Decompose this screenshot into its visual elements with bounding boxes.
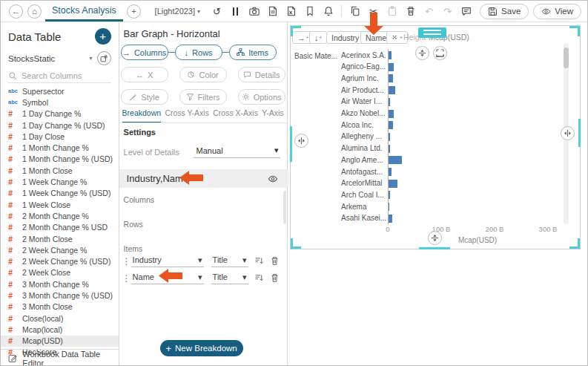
- style-button[interactable]: Style: [121, 89, 168, 105]
- bar[interactable]: [389, 180, 397, 188]
- data-source-name[interactable]: StocksStatic: [8, 54, 90, 63]
- maximize-button[interactable]: [433, 46, 447, 60]
- sort-icon[interactable]: [254, 256, 264, 266]
- copy-icon[interactable]: [348, 4, 363, 19]
- delete-icon[interactable]: [403, 4, 418, 19]
- x-axis-button[interactable]: ↔ X: [121, 67, 168, 82]
- export-pdf-icon[interactable]: [265, 4, 280, 19]
- column-item[interactable]: #1 Week Close: [1, 199, 119, 210]
- bar[interactable]: [389, 133, 390, 141]
- add-tab-button[interactable]: +: [127, 4, 141, 19]
- undo-icon[interactable]: ↶: [422, 4, 437, 19]
- column-item[interactable]: #1 Week Change % (USD): [1, 188, 119, 199]
- level-of-details-select[interactable]: Manual ▾: [194, 146, 280, 158]
- bar[interactable]: [389, 215, 392, 223]
- sort-icon[interactable]: [254, 273, 264, 283]
- theme-selector[interactable]: [Light2023] ▾: [155, 7, 200, 16]
- bookmark-icon[interactable]: [303, 4, 317, 19]
- bar[interactable]: [389, 86, 395, 94]
- bar[interactable]: [389, 51, 392, 59]
- column-item[interactable]: #1 Day Close: [1, 131, 119, 142]
- column-item[interactable]: #2 Week Close: [1, 267, 119, 278]
- item-option-select[interactable]: Title▾: [211, 272, 248, 284]
- pause-icon[interactable]: [228, 4, 243, 19]
- chart-scrollbar-thumb[interactable]: [564, 48, 569, 68]
- horizontal-resize-handle-left[interactable]: [294, 134, 308, 148]
- column-item[interactable]: #Mcap(local): [1, 324, 119, 335]
- drag-handle-icon[interactable]: ⋮: [122, 273, 131, 284]
- paste-icon[interactable]: [385, 4, 400, 19]
- bar[interactable]: [389, 98, 390, 106]
- column-item[interactable]: #Close(local): [1, 313, 119, 324]
- details-button[interactable]: Details: [238, 67, 285, 82]
- save-button[interactable]: Save: [480, 4, 529, 19]
- column-item[interactable]: #2 Week Change %: [1, 244, 119, 255]
- refresh-icon[interactable]: ↺: [210, 4, 225, 19]
- redo-icon[interactable]: ↷: [440, 4, 455, 19]
- horizontal-resize-handle-right[interactable]: [561, 126, 575, 140]
- add-row-pill[interactable]: ↓+: [309, 31, 327, 44]
- item-field-select[interactable]: Industry▾: [131, 255, 204, 267]
- bar[interactable]: [389, 191, 390, 199]
- breakdown-row[interactable]: Industry,Name: [119, 169, 288, 188]
- filters-button[interactable]: Filters: [179, 89, 227, 105]
- bar[interactable]: [389, 203, 389, 211]
- search-field[interactable]: [8, 71, 111, 83]
- visibility-eye-icon[interactable]: [268, 174, 278, 184]
- column-item[interactable]: #1 Week Change %: [1, 176, 119, 187]
- column-item[interactable]: #2 Week Change % (USD): [1, 255, 119, 267]
- column-item[interactable]: #Mcap(USD): [1, 336, 119, 347]
- breakdown-pill-industry[interactable]: Industry: [326, 31, 364, 44]
- column-item[interactable]: #3 Month Change % (USD): [1, 290, 119, 301]
- search-columns-input[interactable]: [22, 71, 110, 80]
- resize-strip-right[interactable]: [578, 119, 581, 147]
- vertical-resize-handle-bottom[interactable]: [428, 231, 442, 245]
- color-button[interactable]: Color: [179, 67, 227, 82]
- items-button[interactable]: Items: [229, 45, 277, 60]
- trash-icon[interactable]: [270, 273, 280, 283]
- bar[interactable]: [389, 63, 394, 71]
- column-item[interactable]: abcSupersector: [1, 85, 119, 97]
- trash-icon[interactable]: [270, 256, 280, 266]
- tab-breakdown[interactable]: Breakdown: [122, 108, 162, 123]
- open-data-table-icon[interactable]: [97, 51, 111, 65]
- tab-cross-y-axis[interactable]: Cross Y-Axis: [165, 108, 209, 123]
- bar[interactable]: [389, 168, 392, 176]
- bar[interactable]: [389, 110, 394, 118]
- column-item[interactable]: #1 Day Change %: [1, 108, 119, 120]
- bar[interactable]: [389, 156, 402, 164]
- new-breakdown-button[interactable]: + New Breakdown: [160, 340, 243, 356]
- column-item[interactable]: #2 Month Change % USD: [1, 222, 119, 233]
- swap-axes-button[interactable]: [415, 46, 429, 60]
- column-item[interactable]: #3 Month Change %: [1, 278, 119, 290]
- view-button[interactable]: View: [533, 4, 581, 19]
- back-button[interactable]: ←: [9, 4, 23, 19]
- resize-strip-bottom[interactable]: [419, 247, 450, 249]
- tab-stocks-analysis[interactable]: Stocks Analysis: [45, 1, 123, 22]
- bell-icon[interactable]: [321, 4, 336, 19]
- export-excel-icon[interactable]: [284, 4, 299, 19]
- column-item[interactable]: #2 Month Close: [1, 233, 119, 244]
- column-item[interactable]: #2 Month Change %: [1, 210, 119, 221]
- home-button[interactable]: ⌂: [27, 4, 42, 19]
- tab-y-axis[interactable]: Y-Axis: [262, 108, 283, 123]
- column-item[interactable]: abcSymbol: [1, 97, 119, 108]
- camera-icon[interactable]: [247, 4, 262, 19]
- options-button[interactable]: Options: [238, 89, 285, 105]
- item-option-select[interactable]: Title▾: [211, 255, 248, 267]
- column-item[interactable]: #1 Month Change %: [1, 142, 119, 153]
- columns-button[interactable]: → Columns: [121, 45, 168, 60]
- add-data-table-button[interactable]: +: [95, 28, 111, 45]
- workbook-data-table-editor-button[interactable]: Workbook Data Table Editor: [1, 349, 119, 366]
- chevron-down-icon[interactable]: ▾: [90, 55, 93, 62]
- tab-cross-x-axis[interactable]: Cross X-Axis: [213, 108, 258, 123]
- resize-strip-left[interactable]: [290, 126, 292, 162]
- bar[interactable]: [389, 121, 393, 129]
- panel-scrollbar[interactable]: [283, 191, 286, 224]
- bar[interactable]: [389, 145, 390, 153]
- column-item[interactable]: #1 Day Change % (USD): [1, 120, 119, 131]
- drag-handle-icon[interactable]: ⋮: [122, 256, 131, 267]
- column-item[interactable]: #3 Month Close: [1, 301, 119, 313]
- bar[interactable]: [389, 74, 393, 82]
- rows-button[interactable]: ↓ Rows: [175, 45, 222, 60]
